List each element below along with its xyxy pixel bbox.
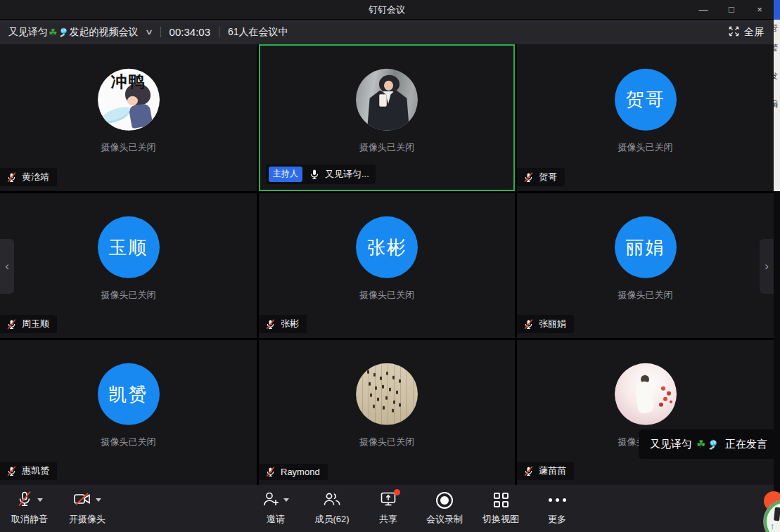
meeting-title-group[interactable]: 又见译匀 ☘ 🎐 发起的视频会议 ∨ 00:34:03 61人在会议中 [8,20,288,44]
participant-name: 周玉顺 [22,318,49,330]
chevron-down-icon[interactable] [283,498,289,502]
participant-name-chip: 惠凯赟 [0,462,57,480]
clover-emoji: ☘ [49,27,58,38]
avatar-initials: 凯赟 [98,363,160,425]
participant-name: 又见译匀... [325,168,369,181]
avatar-initials: 张彬 [356,216,418,278]
mic-muted-icon [6,172,17,183]
avatar-initials: 丽娟 [615,216,677,278]
mic-muted-icon [523,319,534,330]
attendee-count: 61人在会议中 [228,26,288,39]
avatar-text: 贺哥 [626,87,665,112]
mic-on-icon [309,169,320,180]
participant-name: Raymond [281,467,320,477]
participant-name-chip: 张彬 [259,315,307,333]
participant-name: 黄浛靖 [22,171,49,183]
minimize-button[interactable]: — [689,0,717,19]
participant-tile-huanghanjing[interactable]: 冲鸭 摄像头已关闭 黄浛靖 [0,44,257,191]
fullscreen-icon [729,26,739,39]
camera-off-label: 摄像头已关闭 [359,141,414,153]
meeting-app-window: 钉钉会议 — □ × 又见译匀 ☘ 🎐 发起的视频会议 ∨ 00:34:03 6… [0,0,774,532]
background-window-edge: 管 警 发 编 [774,0,780,532]
grid-view-icon [494,493,509,507]
meeting-title-suffix: 发起的视频会议 [70,26,139,39]
previous-page-chevron[interactable]: ‹ [0,239,14,294]
switch-view-button[interactable]: 切换视图 [473,485,529,532]
members-icon [323,491,341,509]
participant-tile-zhanglijuan[interactable]: 丽娟 摄像头已关闭 张丽娟 [517,193,774,338]
participant-tile-host-active[interactable]: 摄像头已关闭 主持人 又见译匀... [259,44,515,191]
unmute-label: 取消静音 [11,513,48,526]
chevron-down-icon[interactable] [37,498,43,502]
participant-tile-huikaiyun[interactable]: 凯赟 摄像头已关闭 惠凯赟 [0,340,257,485]
camera-off-icon [73,491,91,510]
chevron-down-icon[interactable]: ∨ [145,27,153,37]
close-button[interactable]: × [746,0,774,19]
record-button[interactable]: 会议录制 [416,485,473,532]
share-screen-button[interactable]: 共享 [360,485,416,532]
background-window-panel-edge: 管 警 发 编 [774,20,780,191]
invite-button[interactable]: 邀请 [248,485,304,532]
widget-up-arrow: ↑ [770,521,775,531]
avatar-initials: 贺哥 [615,68,677,130]
speaking-toast: 又见译匀 ☘ 🎐 正在发言 [639,429,774,459]
avatar-text: 丽娟 [626,235,665,259]
invite-label: 邀请 [267,513,285,526]
participant-tile-hege[interactable]: 贺哥 摄像头已关闭 贺哥 [517,44,774,191]
avatar-text: 玉顺 [109,235,148,259]
more-button[interactable]: 更多 [529,485,585,532]
chevron-down-icon[interactable] [96,498,101,502]
avatar-text: 凯赟 [109,382,148,406]
more-dots-icon [549,498,566,502]
members-label: 成员(62) [314,513,349,526]
camera-off-label: 摄像头已关闭 [101,289,156,301]
speaker-name: 又见译匀 [650,438,692,451]
windchime-emoji: 🎐 [707,439,718,450]
participant-name: 贺哥 [539,171,557,183]
participant-name-chip: 贺哥 [517,168,565,186]
avatar-text: 张彬 [367,235,407,259]
invite-person-icon [262,491,279,509]
avatar-initials: 玉顺 [98,216,160,278]
avatar-photo [356,68,418,130]
participant-tile-zhangbin[interactable]: 张彬 摄像头已关闭 张彬 [259,193,515,338]
unmute-button[interactable]: 取消静音 [11,485,48,532]
participant-name-chip: 黄浛靖 [0,168,57,186]
participant-name: 惠凯赟 [22,465,49,477]
clipped-text: 发 [774,70,778,82]
camera-off-label: 摄像头已关闭 [359,289,414,301]
participant-tile-qumiaomiao[interactable]: 摄像头已关闭 蘧苗苗 [517,340,774,485]
participant-name-chip: 周玉顺 [0,315,57,333]
record-label: 会议录制 [426,513,463,526]
participant-name-chip: 张丽娟 [517,315,574,333]
avatar-calligraphy [356,363,418,425]
camera-off-label: 摄像头已关闭 [359,436,414,448]
participant-name: 张丽娟 [539,318,566,330]
camera-off-label: 摄像头已关闭 [101,436,156,448]
background-window-titlebar-edge [774,0,780,20]
next-page-chevron[interactable]: › [760,239,774,294]
participant-name: 张彬 [281,318,299,330]
participant-tile-raymond[interactable]: 摄像头已关闭 Raymond [259,340,515,485]
host-badge: 主持人 [269,167,302,182]
divider [219,27,219,37]
divider [160,27,161,37]
mic-muted-icon [523,466,534,476]
clover-emoji: ☘ [696,438,705,450]
avatar-photo [615,363,677,425]
fullscreen-control[interactable]: 全屏 [729,20,764,44]
camera-off-label: 摄像头已关闭 [618,141,673,153]
members-button[interactable]: 成员(62) [304,485,360,532]
switch-view-label: 切换视图 [482,513,519,526]
fullscreen-label: 全屏 [744,26,764,39]
camera-on-button[interactable]: 开摄像头 [69,485,106,532]
meeting-timer: 00:34:03 [170,26,210,38]
participant-tile-zhouyushun[interactable]: 玉顺 摄像头已关闭 周玉顺 [0,193,257,338]
participant-name-chip: Raymond [259,464,328,480]
maximize-button[interactable]: □ [717,0,746,19]
share-screen-icon [380,491,397,510]
participant-name: 蘧苗苗 [539,465,566,477]
dingtalk-meeting-window: { "window": { "title": "钉钉会议", "controls… [0,0,780,532]
speaking-status: 正在发言 [725,438,767,451]
mic-muted-icon [6,466,17,476]
